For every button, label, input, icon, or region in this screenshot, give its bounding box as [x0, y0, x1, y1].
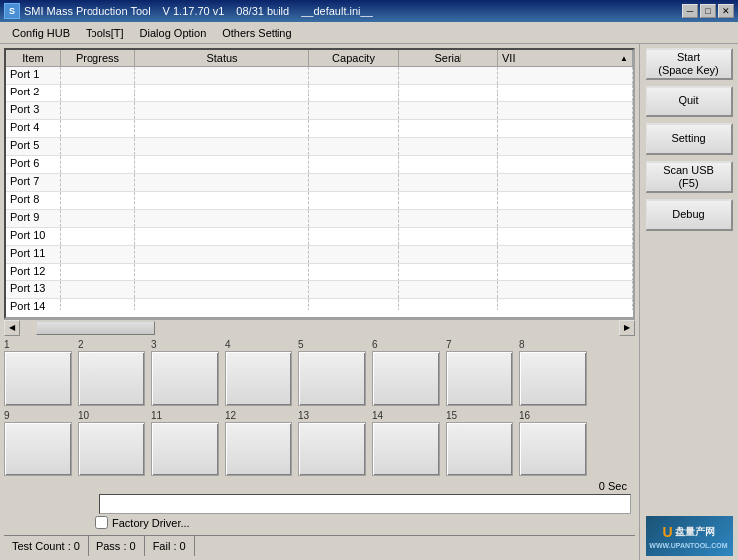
port-number-label: 11	[151, 410, 162, 421]
port-box-1: 1	[4, 339, 72, 406]
start-button[interactable]: Start(Space Key)	[646, 48, 733, 80]
minimize-button[interactable]: ─	[682, 4, 698, 18]
table-row[interactable]: Port 9	[6, 210, 633, 228]
port-box-12: 12	[225, 410, 292, 476]
port-square-12[interactable]	[225, 422, 292, 476]
table-cell	[61, 138, 135, 155]
scroll-left-arrow[interactable]: ◀	[4, 320, 20, 336]
col-capacity: Capacity	[309, 50, 399, 66]
window-controls: ─ □ ✕	[682, 4, 734, 18]
table-cell	[399, 138, 498, 155]
scroll-right-arrow[interactable]: ▶	[619, 320, 635, 336]
table-cell	[498, 138, 633, 155]
title-bar: S SMI Mass Production Tool V 1.17.70 v1 …	[0, 0, 738, 22]
table-row[interactable]: Port 10	[6, 228, 633, 246]
table-cell	[399, 246, 498, 263]
debug-button[interactable]: Debug	[646, 199, 733, 231]
menu-dialog-option[interactable]: Dialog Option	[132, 25, 215, 41]
port-square-5[interactable]	[298, 351, 366, 406]
scan-usb-button[interactable]: Scan USB(F5)	[646, 161, 733, 193]
menu-others-setting[interactable]: Others Setting	[214, 25, 299, 41]
fail-count: Fail : 0	[145, 536, 195, 556]
table-row[interactable]: Port 2	[6, 85, 633, 102]
port-square-13[interactable]	[298, 422, 366, 476]
table-row[interactable]: Port 8	[6, 192, 633, 210]
port-number-label: 5	[298, 339, 304, 350]
maximize-button[interactable]: □	[700, 4, 716, 18]
port-square-11[interactable]	[151, 422, 219, 476]
port-box-6: 6	[372, 339, 440, 406]
table-cell	[498, 281, 633, 298]
port-square-6[interactable]	[372, 351, 440, 406]
app-title: SMI Mass Production Tool	[24, 5, 151, 17]
table-row[interactable]: Port 3	[6, 102, 633, 120]
scroll-thumb[interactable]	[36, 321, 155, 335]
port-square-15[interactable]	[446, 422, 513, 476]
table-cell	[135, 156, 309, 173]
table-row[interactable]: Port 14	[6, 299, 633, 310]
table-row[interactable]: Port 5	[6, 138, 633, 156]
port-square-9[interactable]	[4, 422, 72, 476]
table-header: Item Progress Status Capacity Serial VII…	[6, 50, 633, 67]
right-panel: Start(Space Key) Quit Setting Scan USB(F…	[639, 44, 738, 560]
table-cell	[61, 120, 135, 137]
table-cell	[309, 156, 399, 173]
col-vii: VII ▲	[498, 50, 633, 66]
port-square-1[interactable]	[4, 351, 72, 406]
pass-count: Pass : 0	[89, 536, 145, 556]
table-row[interactable]: Port 13	[6, 281, 633, 299]
port-box-11: 11	[151, 410, 219, 476]
menu-config-hub[interactable]: Config HUB	[4, 25, 78, 41]
factory-driver-checkbox[interactable]	[95, 516, 108, 529]
table-cell	[309, 120, 399, 137]
port-square-8[interactable]	[519, 351, 587, 406]
port-square-2[interactable]	[78, 351, 145, 406]
table-cell	[309, 138, 399, 155]
table-row[interactable]: Port 7	[6, 174, 633, 192]
table-row[interactable]: Port 12	[6, 264, 633, 281]
table-cell	[498, 228, 633, 245]
table-cell: Port 7	[6, 174, 61, 191]
port-box-14: 14	[372, 410, 440, 476]
table-body: Port 1Port 2Port 3Port 4Port 5Port 6Port…	[6, 67, 633, 310]
table-cell	[399, 299, 498, 310]
app-version: V 1.17.70 v1	[163, 5, 225, 17]
start-label: Start(Space Key)	[658, 51, 719, 77]
table-cell	[61, 210, 135, 227]
table-row[interactable]: Port 6	[6, 156, 633, 174]
port-box-10: 10	[78, 410, 145, 476]
table-cell	[498, 210, 633, 227]
port-square-4[interactable]	[225, 351, 292, 406]
table-row[interactable]: Port 4	[6, 120, 633, 138]
port-square-14[interactable]	[372, 422, 440, 476]
col-status: Status	[135, 50, 309, 66]
status-bar: Test Count : 0 Pass : 0 Fail : 0	[4, 535, 635, 556]
table-cell: Port 13	[6, 281, 61, 298]
table-cell	[399, 192, 498, 209]
port-number-label: 2	[78, 339, 84, 350]
port-square-10[interactable]	[78, 422, 145, 476]
table-cell	[399, 264, 498, 280]
close-button[interactable]: ✕	[718, 4, 734, 18]
table-cell	[135, 67, 309, 84]
col-serial: Serial	[399, 50, 498, 66]
port-square-7[interactable]	[446, 351, 513, 406]
table-cell: Port 10	[6, 228, 61, 245]
quit-button[interactable]: Quit	[646, 86, 733, 117]
table-row[interactable]: Port 1	[6, 67, 633, 85]
port-number-label: 4	[225, 339, 231, 350]
setting-button[interactable]: Setting	[646, 123, 733, 155]
table-cell	[135, 264, 309, 280]
port-square-16[interactable]	[519, 422, 587, 476]
port-box-8: 8	[519, 339, 587, 406]
port-square-3[interactable]	[151, 351, 219, 406]
table-cell	[61, 102, 135, 119]
port-number-label: 7	[446, 339, 452, 350]
menu-tools[interactable]: Tools[T]	[78, 25, 132, 41]
port-box-2: 2	[78, 339, 145, 406]
horizontal-scrollbar[interactable]: ◀ ▶	[4, 319, 635, 335]
table-row[interactable]: Port 11	[6, 246, 633, 264]
table-cell	[61, 156, 135, 173]
debug-label: Debug	[672, 208, 704, 221]
table-cell	[61, 264, 135, 280]
